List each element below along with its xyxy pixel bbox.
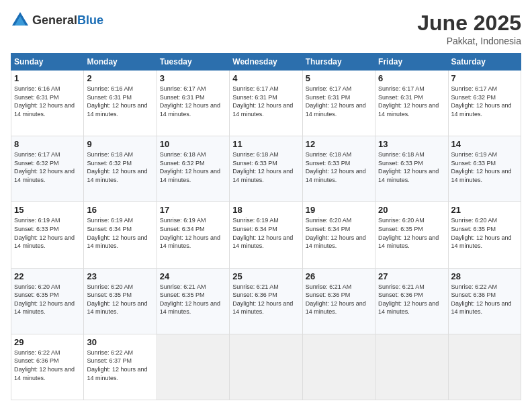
day-number: 24	[160, 271, 226, 281]
calendar-cell: 29 Sunrise: 6:22 AMSunset: 6:36 PMDaylig…	[11, 334, 84, 400]
day-number: 3	[160, 73, 226, 83]
day-info: Sunrise: 6:20 AMSunset: 6:35 PMDaylight:…	[451, 217, 512, 249]
calendar-cell: 13 Sunrise: 6:18 AMSunset: 6:33 PMDaylig…	[375, 136, 448, 202]
day-info: Sunrise: 6:17 AMSunset: 6:31 PMDaylight:…	[306, 85, 366, 118]
day-info: Sunrise: 6:22 AMSunset: 6:37 PMDaylight:…	[87, 349, 147, 381]
calendar-cell: 3 Sunrise: 6:17 AMSunset: 6:31 PMDayligh…	[157, 71, 229, 136]
location: Pakkat, Indonesia	[417, 36, 521, 46]
calendar-cell: 1 Sunrise: 6:16 AMSunset: 6:31 PMDayligh…	[11, 71, 84, 136]
month-title: June 2025	[417, 11, 521, 36]
day-info: Sunrise: 6:20 AMSunset: 6:34 PMDaylight:…	[306, 217, 366, 249]
day-info: Sunrise: 6:19 AMSunset: 6:34 PMDaylight:…	[87, 217, 147, 249]
day-number: 18	[232, 205, 299, 215]
day-number: 16	[87, 205, 153, 215]
calendar-week-row: 29 Sunrise: 6:22 AMSunset: 6:36 PMDaylig…	[11, 334, 521, 400]
day-info: Sunrise: 6:18 AMSunset: 6:32 PMDaylight:…	[160, 151, 220, 183]
calendar-cell: 19 Sunrise: 6:20 AMSunset: 6:34 PMDaylig…	[302, 202, 375, 268]
col-wednesday: Wednesday	[230, 54, 302, 71]
logo-general: General	[32, 13, 77, 27]
title-section: June 2025 Pakkat, Indonesia	[417, 11, 521, 46]
calendar-cell: 6 Sunrise: 6:17 AMSunset: 6:31 PMDayligh…	[375, 71, 448, 136]
day-number: 8	[14, 139, 81, 149]
day-number: 20	[378, 205, 445, 215]
day-number: 30	[87, 337, 153, 347]
day-info: Sunrise: 6:17 AMSunset: 6:31 PMDaylight:…	[160, 85, 220, 118]
day-info: Sunrise: 6:18 AMSunset: 6:33 PMDaylight:…	[232, 151, 293, 183]
day-number: 21	[451, 205, 518, 215]
day-number: 25	[232, 271, 299, 281]
calendar-cell: 25 Sunrise: 6:21 AMSunset: 6:36 PMDaylig…	[230, 268, 302, 334]
col-thursday: Thursday	[302, 54, 375, 71]
day-info: Sunrise: 6:17 AMSunset: 6:31 PMDaylight:…	[378, 85, 439, 118]
day-number: 4	[232, 73, 299, 83]
calendar-cell: 26 Sunrise: 6:21 AMSunset: 6:36 PMDaylig…	[302, 268, 375, 334]
calendar-table: Sunday Monday Tuesday Wednesday Thursday…	[11, 53, 521, 400]
day-info: Sunrise: 6:18 AMSunset: 6:33 PMDaylight:…	[378, 151, 439, 183]
day-info: Sunrise: 6:22 AMSunset: 6:36 PMDaylight:…	[451, 283, 512, 316]
calendar-week-row: 1 Sunrise: 6:16 AMSunset: 6:31 PMDayligh…	[11, 71, 521, 136]
logo-text: GeneralBlue	[32, 13, 103, 28]
calendar-cell: 8 Sunrise: 6:17 AMSunset: 6:32 PMDayligh…	[11, 136, 84, 202]
col-monday: Monday	[84, 54, 157, 71]
day-number: 13	[378, 139, 445, 149]
col-tuesday: Tuesday	[157, 54, 229, 71]
calendar-cell: 20 Sunrise: 6:20 AMSunset: 6:35 PMDaylig…	[375, 202, 448, 268]
calendar-header-row: Sunday Monday Tuesday Wednesday Thursday…	[11, 54, 521, 71]
day-info: Sunrise: 6:19 AMSunset: 6:34 PMDaylight:…	[160, 217, 220, 249]
calendar-cell: 27 Sunrise: 6:21 AMSunset: 6:36 PMDaylig…	[375, 268, 448, 334]
calendar-week-row: 8 Sunrise: 6:17 AMSunset: 6:32 PMDayligh…	[11, 136, 521, 202]
col-friday: Friday	[375, 54, 448, 71]
calendar-cell: 10 Sunrise: 6:18 AMSunset: 6:32 PMDaylig…	[157, 136, 229, 202]
calendar-cell: 14 Sunrise: 6:19 AMSunset: 6:33 PMDaylig…	[448, 136, 521, 202]
day-info: Sunrise: 6:19 AMSunset: 6:33 PMDaylight:…	[451, 151, 512, 183]
day-number: 28	[451, 271, 518, 281]
calendar-cell: 2 Sunrise: 6:16 AMSunset: 6:31 PMDayligh…	[84, 71, 157, 136]
calendar-cell: 16 Sunrise: 6:19 AMSunset: 6:34 PMDaylig…	[84, 202, 157, 268]
day-number: 11	[232, 139, 299, 149]
day-number: 1	[14, 73, 81, 83]
calendar-cell: 17 Sunrise: 6:19 AMSunset: 6:34 PMDaylig…	[157, 202, 229, 268]
day-number: 5	[306, 73, 372, 83]
calendar-cell: 21 Sunrise: 6:20 AMSunset: 6:35 PMDaylig…	[448, 202, 521, 268]
day-info: Sunrise: 6:17 AMSunset: 6:31 PMDaylight:…	[232, 85, 293, 118]
calendar-cell	[230, 334, 302, 400]
col-sunday: Sunday	[11, 54, 84, 71]
day-number: 26	[306, 271, 372, 281]
day-info: Sunrise: 6:16 AMSunset: 6:31 PMDaylight:…	[87, 85, 147, 118]
calendar-cell: 18 Sunrise: 6:19 AMSunset: 6:34 PMDaylig…	[230, 202, 302, 268]
calendar-cell: 11 Sunrise: 6:18 AMSunset: 6:33 PMDaylig…	[230, 136, 302, 202]
day-info: Sunrise: 6:21 AMSunset: 6:35 PMDaylight:…	[160, 283, 220, 316]
day-info: Sunrise: 6:22 AMSunset: 6:36 PMDaylight:…	[14, 349, 75, 381]
day-number: 14	[451, 139, 518, 149]
col-saturday: Saturday	[448, 54, 521, 71]
day-number: 15	[14, 205, 81, 215]
calendar-cell: 12 Sunrise: 6:18 AMSunset: 6:33 PMDaylig…	[302, 136, 375, 202]
day-info: Sunrise: 6:21 AMSunset: 6:36 PMDaylight:…	[232, 283, 293, 316]
calendar-cell	[157, 334, 229, 400]
day-info: Sunrise: 6:17 AMSunset: 6:32 PMDaylight:…	[451, 85, 512, 118]
calendar-cell: 22 Sunrise: 6:20 AMSunset: 6:35 PMDaylig…	[11, 268, 84, 334]
day-number: 10	[160, 139, 226, 149]
calendar-cell	[302, 334, 375, 400]
logo-icon	[11, 11, 30, 30]
day-info: Sunrise: 6:17 AMSunset: 6:32 PMDaylight:…	[14, 151, 75, 183]
day-info: Sunrise: 6:21 AMSunset: 6:36 PMDaylight:…	[378, 283, 439, 316]
calendar-cell: 30 Sunrise: 6:22 AMSunset: 6:37 PMDaylig…	[84, 334, 157, 400]
calendar-week-row: 22 Sunrise: 6:20 AMSunset: 6:35 PMDaylig…	[11, 268, 521, 334]
day-info: Sunrise: 6:20 AMSunset: 6:35 PMDaylight:…	[14, 283, 75, 316]
calendar-cell: 5 Sunrise: 6:17 AMSunset: 6:31 PMDayligh…	[302, 71, 375, 136]
calendar-cell	[448, 334, 521, 400]
calendar-cell	[375, 334, 448, 400]
calendar-cell: 7 Sunrise: 6:17 AMSunset: 6:32 PMDayligh…	[448, 71, 521, 136]
logo: GeneralBlue	[11, 11, 103, 30]
day-number: 6	[378, 73, 445, 83]
day-info: Sunrise: 6:20 AMSunset: 6:35 PMDaylight:…	[378, 217, 439, 249]
calendar-cell: 23 Sunrise: 6:20 AMSunset: 6:35 PMDaylig…	[84, 268, 157, 334]
day-number: 29	[14, 337, 81, 347]
day-info: Sunrise: 6:19 AMSunset: 6:33 PMDaylight:…	[14, 217, 75, 249]
day-info: Sunrise: 6:19 AMSunset: 6:34 PMDaylight:…	[232, 217, 293, 249]
day-info: Sunrise: 6:18 AMSunset: 6:33 PMDaylight:…	[306, 151, 366, 183]
logo-blue: Blue	[77, 13, 103, 27]
day-number: 9	[87, 139, 153, 149]
header: GeneralBlue June 2025 Pakkat, Indonesia	[11, 11, 521, 46]
